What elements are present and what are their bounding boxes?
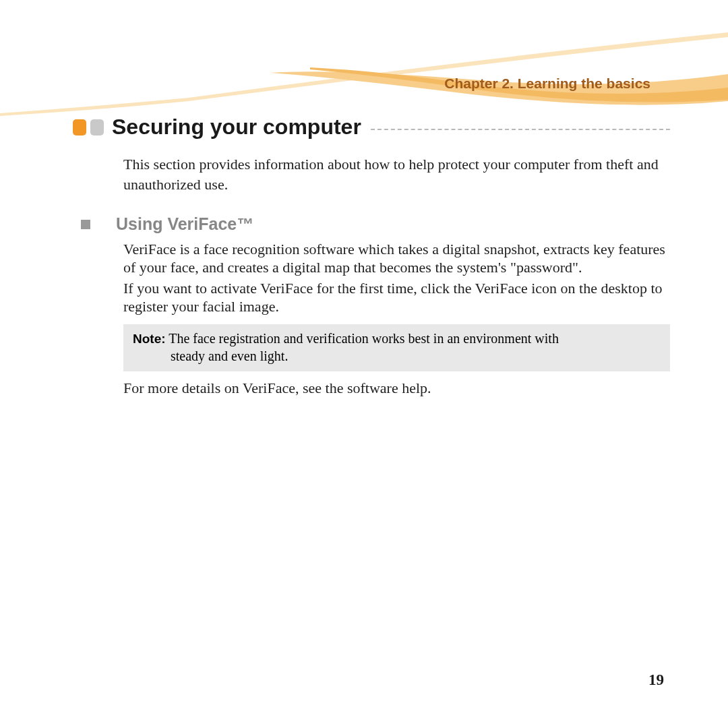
sub-bullet-icon <box>81 220 90 229</box>
heading-bullets <box>73 119 104 135</box>
note-label: Note: <box>133 332 166 346</box>
note-text-line-2: steady and even light. <box>171 347 661 365</box>
bullet-orange-icon <box>73 119 86 135</box>
bullet-gray-icon <box>90 119 104 135</box>
main-heading-row: Securing your computer <box>73 115 670 140</box>
sub-heading: Using VeriFace™ <box>116 214 253 234</box>
intro-paragraph: This section provides information about … <box>123 154 670 194</box>
main-heading: Securing your computer <box>112 115 361 140</box>
note-box: Note: The face registration and verifica… <box>123 324 670 372</box>
subsection-para-3: For more details on VeriFace, see the so… <box>123 380 670 398</box>
chapter-title: Chapter 2. Learning the basics <box>444 75 650 92</box>
note-text-line-1: The face registration and verification w… <box>169 331 559 346</box>
subsection-para-2: If you want to activate VeriFace for the… <box>123 280 670 316</box>
subsection-para-1: VeriFace is a face recognition software … <box>123 241 670 277</box>
page-content: Securing your computer This section prov… <box>73 115 670 400</box>
header-decoration <box>0 0 728 118</box>
heading-dash-line <box>371 129 670 130</box>
page-number: 19 <box>648 671 664 689</box>
sub-heading-row: Using VeriFace™ <box>81 214 670 234</box>
